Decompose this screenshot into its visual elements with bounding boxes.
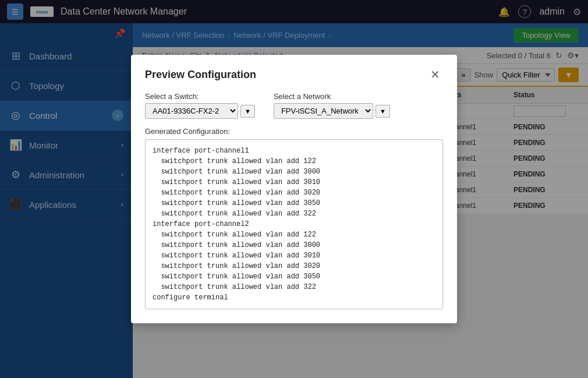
network-selector: Select a Network FPV-iSCSI_A_Network ▼ (274, 92, 390, 119)
modal-overlay: Preview Configuration ✕ Select a Switch:… (0, 0, 588, 378)
switch-selector-label: Select a Switch: (145, 92, 255, 101)
switch-selector: Select a Switch: AA01-9336C-FX2-2 ▼ (145, 92, 255, 119)
switch-select-dropdown[interactable]: AA01-9336C-FX2-2 (145, 103, 238, 119)
network-dropdown-arrow[interactable]: ▼ (376, 105, 390, 118)
network-selector-label: Select a Network (274, 92, 390, 101)
config-text-box: interface port-channel1 switchport trunk… (145, 139, 443, 309)
switch-dropdown-arrow[interactable]: ▼ (240, 105, 255, 118)
network-select-wrap: FPV-iSCSI_A_Network ▼ (274, 103, 390, 119)
preview-config-modal: Preview Configuration ✕ Select a Switch:… (131, 55, 457, 323)
modal-header: Preview Configuration ✕ (145, 66, 443, 83)
switch-select-wrap: AA01-9336C-FX2-2 ▼ (145, 103, 255, 119)
config-label: Generated Configuration: (145, 127, 443, 136)
modal-close-button[interactable]: ✕ (427, 66, 443, 83)
modal-selectors: Select a Switch: AA01-9336C-FX2-2 ▼ Sele… (145, 92, 443, 119)
network-select-dropdown[interactable]: FPV-iSCSI_A_Network (274, 103, 373, 119)
modal-title: Preview Configuration (145, 69, 256, 81)
